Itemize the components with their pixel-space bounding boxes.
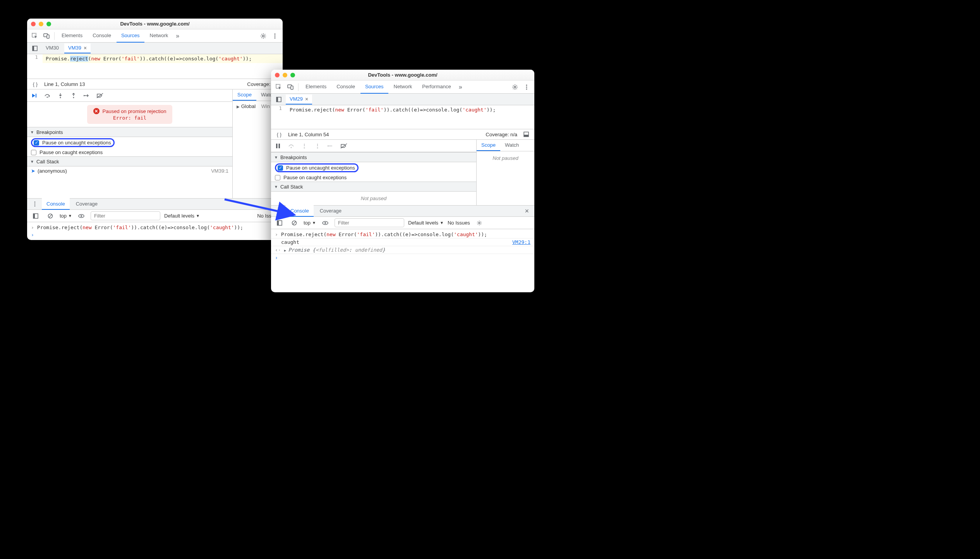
code-line[interactable]: 1 Promise.reject(new Error('fail')).catc… (271, 105, 534, 114)
sidebar-toggle-icon[interactable] (274, 218, 285, 228)
minimize-window-icon[interactable] (39, 22, 43, 26)
breakpoints-header[interactable]: ▼ Breakpoints (27, 127, 232, 137)
tab-sources[interactable]: Sources (117, 29, 144, 43)
step-icon[interactable] (327, 142, 335, 150)
tab-elements[interactable]: Elements (57, 29, 87, 43)
console-filter-input[interactable] (335, 218, 404, 227)
sidebar-toggle-icon[interactable] (30, 211, 41, 221)
tab-network[interactable]: Network (389, 81, 417, 94)
gear-icon[interactable] (258, 31, 269, 41)
disclosure-triangle-icon[interactable]: ▶ (237, 105, 240, 109)
line-number[interactable]: 1 (27, 54, 43, 63)
breakpoints-header[interactable]: ▼ Breakpoints (271, 152, 476, 162)
deactivate-breakpoints-icon[interactable] (340, 142, 348, 150)
side-tab-scope[interactable]: Scope (233, 89, 256, 101)
code-editor[interactable]: 1 Promise.reject(new Error('fail')).catc… (27, 54, 283, 79)
pretty-print-icon[interactable]: { } (31, 80, 39, 88)
side-tab-scope[interactable]: Scope (477, 140, 500, 151)
bp-caught-row[interactable]: Pause on caught exceptions (27, 148, 232, 156)
checkbox-checked-icon[interactable]: ✓ (34, 140, 39, 146)
live-expression-icon[interactable] (76, 211, 87, 221)
frame-source[interactable]: VM39:1 (211, 168, 228, 174)
side-tab-watch[interactable]: Watch (500, 140, 523, 151)
console-body[interactable]: › Promise.reject(new Error('fail')).catc… (27, 222, 283, 240)
live-expression-icon[interactable] (320, 218, 331, 228)
more-tabs-icon[interactable]: » (457, 84, 465, 91)
step-out-icon[interactable] (314, 142, 321, 150)
console-prompt-row[interactable]: › (27, 231, 283, 238)
maximize-window-icon[interactable] (46, 22, 51, 26)
inspect-icon[interactable] (29, 31, 40, 41)
checkbox-unchecked-icon[interactable] (31, 150, 36, 155)
kebab-menu-icon[interactable] (269, 31, 280, 41)
checkbox-unchecked-icon[interactable] (275, 175, 280, 180)
drawer-tab-coverage[interactable]: Coverage (71, 198, 102, 210)
log-levels-selector[interactable]: Default levels ▼ (164, 213, 200, 219)
clear-console-icon[interactable] (45, 211, 56, 221)
step-over-icon[interactable] (43, 92, 51, 99)
step-over-icon[interactable] (287, 142, 295, 150)
tab-performance[interactable]: Performance (417, 81, 455, 94)
navigator-toggle-icon[interactable] (29, 43, 40, 54)
step-icon[interactable] (83, 92, 91, 99)
step-into-icon[interactable] (57, 92, 64, 99)
console-result-text[interactable]: ▶ Promise {<fulfilled>: undefined} (284, 247, 385, 253)
issues-counter[interactable]: No Issues (448, 220, 470, 226)
console-prompt-row[interactable]: › (271, 254, 534, 261)
clear-console-icon[interactable] (289, 218, 300, 228)
drawer-tab-console[interactable]: Console (286, 205, 314, 217)
more-tabs-icon[interactable]: » (173, 33, 182, 39)
bp-uncaught-row[interactable]: ✓ Pause on uncaught exceptions (27, 137, 232, 148)
code-text[interactable]: Promise.reject(new Error('fail')).catch(… (43, 54, 255, 63)
tab-elements[interactable]: Elements (301, 81, 331, 94)
checkbox-checked-icon[interactable]: ✓ (278, 165, 283, 171)
code-text[interactable]: Promise.reject(new Error('fail')).catch(… (287, 105, 499, 114)
kebab-menu-icon[interactable] (273, 206, 284, 216)
context-selector[interactable]: top ▼ (60, 213, 72, 219)
titlebar[interactable]: DevTools - www.google.com/ (27, 19, 283, 29)
tab-network[interactable]: Network (145, 29, 173, 43)
close-window-icon[interactable] (275, 73, 280, 77)
context-selector[interactable]: top ▼ (304, 220, 316, 226)
console-input-row[interactable]: › Promise.reject(new Error('fail')).catc… (271, 231, 534, 238)
pretty-print-icon[interactable]: { } (275, 130, 283, 139)
kebab-menu-icon[interactable] (29, 199, 40, 209)
device-toggle-icon[interactable] (285, 82, 296, 93)
close-tab-icon[interactable]: × (84, 45, 87, 51)
console-filter-input[interactable] (91, 211, 160, 220)
tab-console[interactable]: Console (88, 29, 116, 43)
pause-icon[interactable] (274, 142, 282, 150)
step-out-icon[interactable] (70, 92, 77, 99)
resume-icon[interactable] (30, 92, 38, 99)
log-source-link[interactable]: VM29:1 (512, 239, 530, 245)
console-result-row[interactable]: ‹· ▶ Promise {<fulfilled>: undefined} (271, 246, 534, 254)
inspect-icon[interactable] (273, 82, 284, 93)
deactivate-breakpoints-icon[interactable] (96, 92, 104, 99)
line-number[interactable]: 1 (271, 105, 287, 114)
close-tab-icon[interactable]: × (305, 96, 308, 102)
console-body[interactable]: › Promise.reject(new Error('fail')).catc… (271, 229, 534, 263)
callstack-header[interactable]: ▼ Call Stack (27, 156, 232, 166)
code-editor[interactable]: 1 Promise.reject(new Error('fail')).catc… (271, 105, 534, 129)
log-levels-selector[interactable]: Default levels ▼ (408, 220, 444, 226)
drawer-tab-coverage[interactable]: Coverage (315, 205, 346, 217)
tab-sources[interactable]: Sources (360, 81, 388, 94)
minimize-window-icon[interactable] (283, 73, 287, 77)
close-drawer-icon[interactable]: × (522, 207, 532, 215)
code-line[interactable]: 1 Promise.reject(new Error('fail')).catc… (27, 54, 283, 63)
console-log-row[interactable]: caught VM29:1 (271, 238, 534, 246)
kebab-menu-icon[interactable] (521, 82, 532, 93)
file-tab-vm30[interactable]: VM30 (42, 43, 63, 53)
tab-console[interactable]: Console (332, 81, 360, 94)
expand-icon[interactable] (522, 130, 530, 139)
callstack-frame[interactable]: ➤(anonymous) VM39:1 (27, 166, 232, 175)
maximize-window-icon[interactable] (290, 73, 295, 77)
bp-uncaught-row[interactable]: ✓ Pause on uncaught exceptions (271, 162, 476, 173)
gear-icon[interactable] (474, 218, 485, 228)
gear-icon[interactable] (510, 82, 520, 93)
file-tab-vm39[interactable]: VM39 × (64, 43, 91, 53)
navigator-toggle-icon[interactable] (273, 94, 284, 105)
drawer-tab-console[interactable]: Console (42, 198, 70, 210)
close-window-icon[interactable] (31, 22, 36, 26)
titlebar[interactable]: DevTools - www.google.com/ (271, 70, 534, 81)
